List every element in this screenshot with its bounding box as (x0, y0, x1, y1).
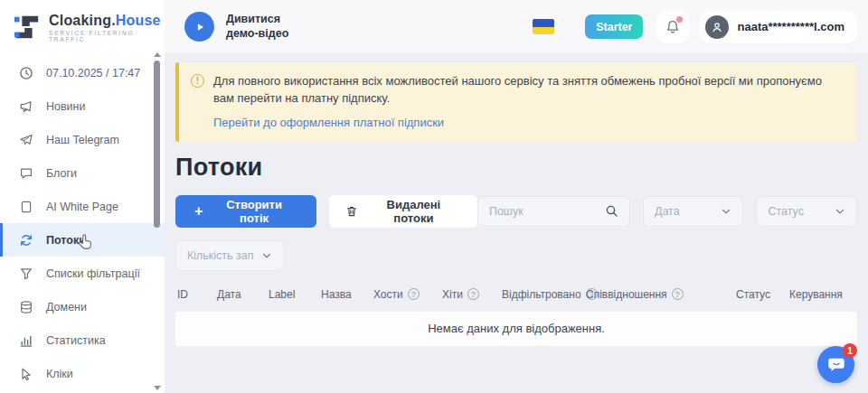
column-header-label: Label (269, 288, 295, 301)
telegram-icon (19, 133, 33, 147)
sidebar-item-blogs[interactable]: Блоги (0, 156, 165, 190)
deleted-flows-button[interactable]: Видалені потоки (329, 195, 477, 228)
scroll-down-arrow[interactable] (154, 386, 161, 390)
date-filter-dropdown[interactable]: Дата (643, 196, 744, 227)
chevron-down-icon (835, 206, 845, 217)
column-header-actions: Керування (789, 288, 843, 301)
column-header-hosts: Хости? (373, 288, 420, 301)
column-header-date: Дата (217, 288, 241, 301)
sidebar-item-filter-lists[interactable]: Списки фільтрації (0, 257, 165, 290)
main-content: ! Для повного використання всіх можливос… (165, 54, 868, 393)
scroll-up-arrow[interactable] (154, 52, 161, 57)
top-header: Дивитися демо-відео Starter naata*******… (165, 0, 868, 54)
column-header-ratio: Співвідношення? (586, 288, 684, 301)
document-icon (19, 200, 33, 214)
sidebar-scrollbar[interactable] (153, 52, 161, 393)
sidebar-item-label: Статистика (46, 334, 106, 347)
funnel-icon (19, 267, 33, 281)
column-header-name: Назва (321, 288, 352, 301)
banner-text: Для повного використання всіх можливосте… (213, 73, 843, 108)
chevron-down-icon (261, 250, 272, 261)
page-title: Потоки (175, 154, 857, 182)
sidebar-item-datetime: 07.10.2025 / 17:47 (0, 56, 165, 89)
sidebar-item-statistics[interactable]: Статистика (0, 323, 165, 357)
search-icon[interactable] (605, 204, 618, 218)
notifications-button[interactable] (656, 11, 689, 43)
search-field[interactable] (477, 196, 630, 227)
sidebar: Cloaking.House SERVICE FILTERING TRAFFIC… (0, 0, 165, 393)
column-header-hits: Хіти? (442, 288, 479, 301)
sidebar-item-telegram[interactable]: Наш Telegram (0, 123, 165, 156)
create-flow-button[interactable]: + Створити потік (175, 195, 316, 228)
user-email: naata**********l.com (737, 20, 844, 33)
megaphone-icon (19, 99, 33, 114)
help-icon[interactable]: ? (467, 288, 479, 300)
plan-badge-button[interactable]: Starter (585, 14, 643, 39)
help-icon[interactable]: ? (672, 288, 684, 300)
subscribe-link[interactable]: Перейти до оформлення платної підписки (213, 116, 444, 129)
column-header-filtered: Відфільтровано? (502, 288, 598, 301)
column-header-id: ID (177, 288, 188, 301)
column-header-status: Статус (736, 288, 770, 301)
info-icon: ! (191, 74, 204, 88)
trial-warning-banner: ! Для повного використання всіх можливос… (175, 62, 857, 142)
sidebar-item-label: Блоги (46, 167, 77, 180)
clock-icon (19, 66, 33, 80)
brand-logo-icon (14, 14, 41, 41)
notification-dot (676, 16, 683, 23)
plus-icon: + (194, 204, 203, 219)
search-input[interactable] (489, 205, 605, 218)
sidebar-item-news[interactable]: Новини (0, 89, 165, 123)
sidebar-item-ai-white-page[interactable]: AI White Page (0, 190, 165, 223)
watch-demo-button[interactable]: Дивитися демо-відео (184, 12, 288, 42)
sync-icon (19, 233, 33, 248)
database-icon (19, 300, 33, 314)
sidebar-item-label: Кліки (46, 368, 73, 380)
status-filter-dropdown[interactable]: Статус (756, 196, 857, 227)
language-flag-ukraine[interactable] (533, 19, 554, 34)
brand-name: Cloaking.House (49, 13, 165, 29)
sidebar-item-label: Новини (46, 100, 86, 113)
toolbar: + Створити потік Видалені потоки Дата (175, 195, 857, 228)
watch-demo-label: Дивитися демо-відео (226, 13, 288, 41)
app-window: Cloaking.House SERVICE FILTERING TRAFFIC… (0, 0, 868, 393)
sidebar-item-domains[interactable]: Домени (0, 290, 165, 323)
scrollbar-thumb[interactable] (154, 61, 160, 228)
brand-logo[interactable]: Cloaking.House SERVICE FILTERING TRAFFIC (0, 0, 165, 54)
chevron-down-icon (721, 206, 731, 217)
sidebar-item-label: Списки фільтрації (46, 267, 140, 280)
sidebar-item-label: Потоки (46, 234, 86, 247)
bar-chart-icon (19, 333, 33, 348)
help-icon[interactable]: ? (408, 288, 420, 300)
per-page-dropdown[interactable]: Кількість запи (175, 240, 284, 271)
trash-icon (345, 205, 358, 218)
support-chat-button[interactable]: 1 (817, 346, 854, 383)
sidebar-item-label: Наш Telegram (46, 134, 119, 146)
sidebar-item-flows[interactable]: Потоки (0, 223, 165, 257)
cursor-icon (19, 367, 33, 381)
user-avatar (705, 15, 729, 39)
play-icon[interactable] (184, 12, 214, 42)
sidebar-item-label: AI White Page (46, 201, 118, 213)
sidebar-item-label: 07.10.2025 / 17:47 (46, 67, 140, 80)
sidebar-item-clicks[interactable]: Кліки (0, 357, 165, 390)
sidebar-item-label: Домени (46, 301, 87, 313)
chat-bubble-icon (19, 166, 33, 181)
table-empty-state: Немає даних для відображення. (175, 312, 857, 346)
table-header: ID Дата Label Назва Хости? Хіти? Відфіль… (175, 288, 857, 304)
sidebar-nav: 07.10.2025 / 17:47 Новини Наш Telegram Б… (0, 54, 165, 390)
user-account-menu[interactable]: naata**********l.com (700, 11, 857, 43)
chat-unread-badge: 1 (843, 343, 857, 358)
per-page-row: Кількість запи (175, 240, 857, 271)
brand-tagline: SERVICE FILTERING TRAFFIC (49, 30, 165, 42)
chat-icon (826, 355, 846, 375)
